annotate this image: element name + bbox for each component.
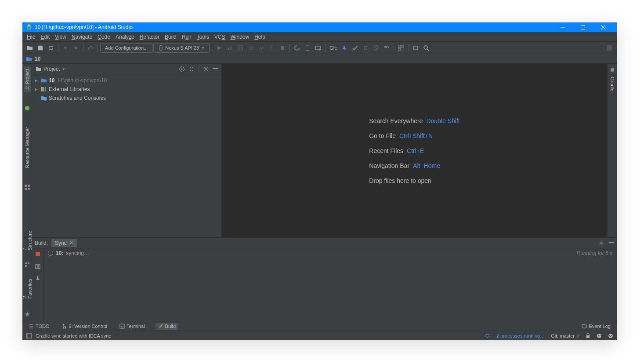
lightbulb-icon[interactable]	[411, 43, 420, 53]
top-right-toggle[interactable]	[604, 43, 614, 53]
profile-icon[interactable]	[257, 43, 266, 53]
project-panel-title[interactable]: Project	[43, 66, 60, 72]
breadcrumb-root[interactable]: 10	[35, 56, 40, 62]
tool-event-log[interactable]: Event Log	[580, 324, 612, 329]
menu-build[interactable]: Build	[162, 34, 179, 40]
stop-icon[interactable]	[278, 43, 287, 53]
stop-build-icon[interactable]	[35, 251, 41, 257]
pin-icon[interactable]	[35, 276, 41, 282]
maximize-button[interactable]	[573, 22, 593, 32]
hide-icon[interactable]	[609, 240, 614, 246]
tab-favorites[interactable]: 2: Favorites	[21, 276, 33, 301]
build-tab-sync[interactable]: Sync ✕	[51, 239, 77, 247]
resource-manager-icon[interactable]	[24, 184, 30, 190]
svg-point-36	[601, 242, 602, 244]
hint-nav-shortcut: Alt+Home	[413, 162, 440, 169]
toggle-view-icon[interactable]	[35, 263, 41, 269]
svg-rect-19	[607, 45, 612, 51]
forward-icon[interactable]	[71, 43, 81, 53]
back-icon[interactable]	[61, 43, 70, 53]
hide-icon[interactable]	[213, 66, 218, 72]
tab-gradle[interactable]: Gradle	[609, 74, 616, 94]
tool-window-toggle-icon[interactable]	[26, 333, 32, 339]
chevron-down-icon[interactable]: ▼	[62, 67, 65, 71]
menu-tools[interactable]: Tools	[194, 34, 212, 40]
undo-nav-icon[interactable]	[86, 43, 95, 53]
gear-icon[interactable]	[598, 240, 604, 246]
menu-window[interactable]: Window	[228, 34, 252, 40]
lock-icon[interactable]	[586, 333, 590, 339]
star-icon[interactable]: ★	[24, 310, 30, 318]
expand-arrow-icon[interactable]: ▶	[35, 87, 39, 91]
inspection-icon[interactable]	[597, 333, 602, 339]
sync-gradle-icon[interactable]	[292, 43, 302, 53]
memory-icon[interactable]	[608, 333, 613, 339]
expand-arrow-icon[interactable]: ▶	[35, 78, 39, 83]
status-git[interactable]: Git: master ⇵	[551, 333, 579, 339]
toolbar: Add Configuration... Nexus S API 23 ▼ Gi…	[22, 42, 617, 54]
tree-external-libs[interactable]: ▶ External Libraries	[32, 85, 221, 94]
save-icon[interactable]	[36, 43, 45, 53]
close-tab-icon[interactable]: ✕	[69, 240, 73, 246]
locate-icon[interactable]	[179, 66, 185, 72]
svg-point-50	[598, 335, 599, 336]
apply-code-icon[interactable]	[235, 43, 245, 53]
add-configuration-button[interactable]: Add Configuration...	[100, 43, 152, 53]
device-selector[interactable]: Nexus S API 23 ▼	[153, 43, 210, 53]
status-processes[interactable]: 2 processes running…	[496, 333, 545, 339]
sdk-manager-icon[interactable]	[313, 43, 323, 53]
svg-rect-48	[586, 335, 590, 338]
tab-resource-manager[interactable]: Resource Manager	[24, 124, 31, 171]
tree-scratches[interactable]: Scratches and Consoles	[32, 94, 221, 102]
folder-icon	[26, 56, 32, 62]
tab-structure[interactable]: 7: Structure	[21, 228, 33, 253]
menu-code[interactable]: Code	[95, 34, 113, 40]
menu-edit[interactable]: Edit	[38, 34, 52, 40]
tab-project[interactable]: 1: Project	[24, 66, 31, 92]
svg-point-53	[609, 335, 610, 336]
menu-file[interactable]: File	[24, 34, 38, 40]
sync-icon[interactable]	[46, 43, 56, 53]
apply-changes-icon[interactable]	[225, 43, 235, 53]
tool-terminal[interactable]: Terminal	[118, 324, 147, 329]
git-compare-icon[interactable]	[361, 43, 370, 53]
menu-analyze[interactable]: Analyze	[113, 34, 137, 40]
git-history-icon[interactable]	[371, 43, 381, 53]
tool-todo[interactable]: TODO	[27, 324, 51, 329]
attach-debugger-icon[interactable]	[267, 43, 277, 53]
git-rollback-icon[interactable]	[382, 43, 391, 53]
close-button[interactable]	[593, 22, 613, 32]
menu-vcs[interactable]: VCS	[212, 34, 228, 40]
svg-point-10	[308, 49, 308, 50]
gear-icon[interactable]	[203, 66, 209, 72]
project-structure-icon[interactable]	[396, 43, 406, 53]
gradle-elephant-icon[interactable]	[609, 66, 615, 73]
search-everywhere-icon[interactable]	[421, 43, 431, 53]
svg-rect-33	[25, 262, 27, 264]
ide-window: 10 [H:\github-vpn\vpn\10] - Android Stud…	[22, 22, 617, 340]
tool-build[interactable]: Build	[156, 323, 178, 330]
menu-view[interactable]: View	[52, 34, 69, 40]
tree-root-node[interactable]: ▶ 10 H:\github-vpn\vpn\10	[32, 76, 221, 85]
menu-refactor[interactable]: Refactor	[137, 34, 162, 40]
menu-help[interactable]: Help	[252, 34, 268, 40]
structure-icon[interactable]	[25, 262, 30, 267]
svg-rect-21	[25, 185, 27, 187]
menu-run[interactable]: Run	[179, 34, 194, 40]
avd-manager-icon[interactable]	[303, 43, 312, 53]
terminal-icon	[119, 324, 125, 329]
debug-icon[interactable]	[246, 43, 256, 53]
open-icon[interactable]	[25, 43, 35, 53]
menu-navigate[interactable]: Navigate	[69, 34, 95, 40]
expand-all-icon[interactable]	[188, 66, 195, 72]
editor-area[interactable]: Search EverywhereDouble Shift Go to File…	[222, 64, 607, 237]
git-update-icon[interactable]	[340, 43, 349, 53]
svg-rect-46	[26, 334, 28, 338]
run-icon[interactable]	[214, 43, 224, 53]
tool-version-control[interactable]: 9: Version Control	[60, 324, 109, 329]
svg-rect-43	[120, 324, 124, 328]
git-commit-icon[interactable]	[350, 43, 360, 53]
svg-rect-35	[25, 265, 27, 267]
android-tab-icon[interactable]	[24, 105, 30, 111]
minimize-button[interactable]	[553, 22, 573, 32]
